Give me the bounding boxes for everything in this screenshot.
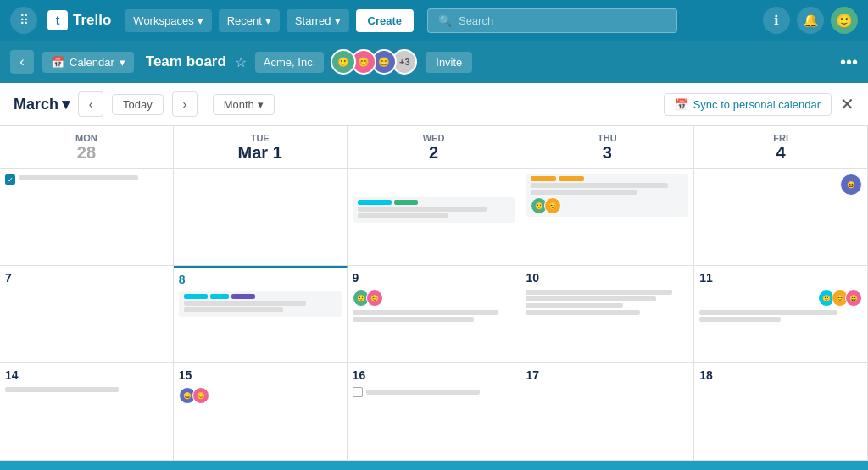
workspace-chip[interactable]: Acme, Inc.	[255, 52, 324, 73]
member-avatar-1[interactable]: 🙂	[331, 49, 356, 75]
month-view-button[interactable]: Month ▾	[213, 94, 275, 115]
day-cell-14[interactable]: 14	[0, 363, 174, 461]
mini-avatar: 😊	[366, 290, 383, 307]
next-month-button[interactable]: ›	[172, 91, 198, 117]
board-title: Team board	[146, 53, 226, 70]
prev-month-button[interactable]: ‹	[78, 91, 103, 117]
invite-button[interactable]: Invite	[426, 52, 472, 73]
day-cell-10[interactable]: 10	[520, 266, 694, 363]
day-header-tue: Tue Mar 1	[174, 126, 348, 169]
day-header-mon: Mon 28	[0, 126, 174, 169]
chevron-down-icon: ▾	[120, 56, 125, 69]
day-cell-11[interactable]: 11 🙂 😊 😄	[694, 266, 868, 363]
day-cell-15[interactable]: 15 😄 😊	[174, 363, 348, 461]
user-avatar[interactable]: 🙂	[831, 7, 858, 34]
workspaces-menu[interactable]: Workspaces ▾	[125, 9, 211, 32]
member-avatars: 🙂 😊 😄 +3	[336, 49, 417, 75]
info-icon-button[interactable]: ℹ	[763, 7, 790, 34]
task-item: ✓	[5, 174, 168, 185]
day-cell-8[interactable]: 8	[174, 266, 348, 363]
day-cell-mar1[interactable]	[174, 169, 348, 266]
calendar-container: March ▾ ‹ Today › Month ▾ 📅 Sync to pers…	[0, 83, 868, 461]
day-cell-18[interactable]: 18	[694, 363, 868, 461]
starred-menu[interactable]: Starred ▾	[287, 9, 349, 32]
search-input[interactable]	[459, 14, 666, 27]
day-cell-9[interactable]: 9 🙂 😊	[348, 266, 521, 363]
calendar-icon: 📅	[51, 56, 64, 69]
notifications-icon-button[interactable]: 🔔	[797, 7, 824, 34]
search-icon: 🔍	[438, 14, 452, 27]
mini-avatar: 😄	[840, 174, 862, 196]
chevron-down-icon: ▾	[335, 14, 341, 27]
calendar-toolbar: March ▾ ‹ Today › Month ▾ 📅 Sync to pers…	[0, 83, 868, 126]
more-options-button[interactable]: •••	[840, 53, 858, 72]
mini-avatar: 😊	[192, 387, 209, 404]
search-bar[interactable]: 🔍	[427, 8, 677, 33]
grid-icon[interactable]: ⠿	[10, 7, 37, 34]
day-header-thu: Thu 3	[520, 126, 694, 169]
chevron-down-icon: ▾	[258, 98, 264, 111]
month-title[interactable]: March ▾	[14, 95, 70, 113]
close-calendar-button[interactable]: ✕	[840, 94, 854, 114]
day-header-wed: Wed 2	[348, 126, 521, 169]
sidebar-toggle[interactable]: ‹	[10, 50, 34, 74]
calendar-grid: Mon 28 Tue Mar 1 Wed 2 Thu 3 Fri 4 ✓	[0, 126, 868, 461]
event-card-thu3[interactable]: 🙂 😊	[526, 174, 688, 217]
create-button[interactable]: Create	[356, 9, 414, 32]
day-cell-16[interactable]: 16	[348, 363, 521, 461]
day-header-fri: Fri 4	[694, 126, 868, 169]
nav-icons: ℹ 🔔 🙂	[763, 7, 858, 34]
day-cell-2[interactable]	[348, 169, 521, 266]
checkbox: ✓	[5, 174, 15, 185]
top-nav: ⠿ t Trello Workspaces ▾ Recent ▾ Starred…	[0, 0, 868, 41]
day-cell-17[interactable]: 17	[520, 363, 694, 461]
trello-logo-box: t	[47, 10, 68, 30]
chevron-down-icon: ▾	[62, 95, 70, 113]
sync-calendar-button[interactable]: 📅 Sync to personal calendar	[664, 93, 832, 116]
star-button[interactable]: ☆	[235, 54, 247, 70]
chevron-down-icon: ▾	[198, 14, 203, 27]
calendar-icon: 📅	[675, 98, 688, 111]
view-switcher-button[interactable]: 📅 Calendar ▾	[42, 52, 134, 73]
recent-menu[interactable]: Recent ▾	[219, 9, 280, 32]
event-card[interactable]	[353, 197, 515, 223]
today-button[interactable]: Today	[112, 94, 164, 115]
day-cell-4[interactable]: 😄	[694, 169, 868, 266]
day-cell-7[interactable]: 7	[0, 266, 174, 363]
mini-avatar: 😄	[845, 290, 862, 307]
event-card-tue8[interactable]	[179, 291, 342, 317]
day-cell-3[interactable]: 🙂 😊	[520, 169, 694, 266]
chevron-down-icon: ▾	[265, 14, 271, 27]
board-header: ‹ 📅 Calendar ▾ Team board ☆ Acme, Inc. 🙂…	[0, 41, 868, 83]
trello-logo[interactable]: t Trello	[47, 10, 111, 30]
mini-avatar: 😊	[544, 197, 561, 214]
day-cell-28[interactable]: ✓	[0, 169, 174, 266]
trello-logo-text: Trello	[73, 12, 111, 29]
